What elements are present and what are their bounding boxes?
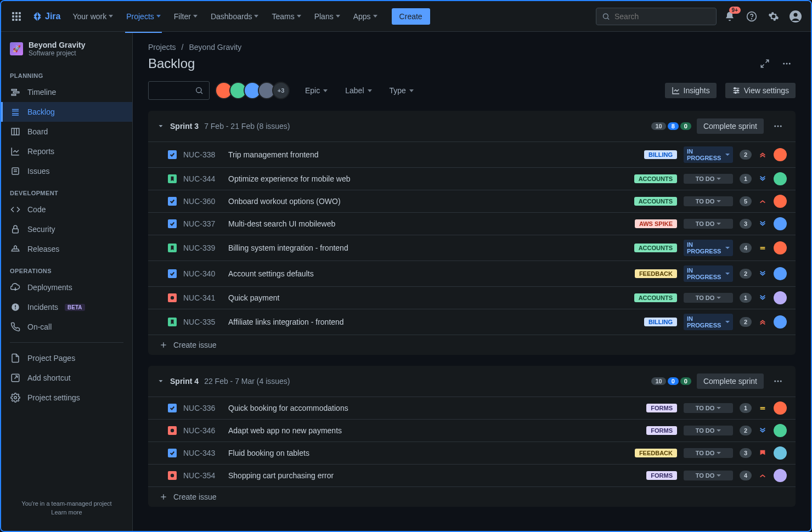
epic-badge[interactable]: FEEDBACK: [635, 449, 677, 457]
sidebar-item-security[interactable]: Security: [1, 219, 132, 239]
issue-key[interactable]: NUC-346: [183, 426, 222, 435]
sidebar-item-backlog[interactable]: Backlog: [1, 102, 132, 122]
issue-key[interactable]: NUC-354: [183, 471, 222, 480]
create-issue-button[interactable]: Create issue: [148, 486, 796, 507]
complete-sprint-button[interactable]: Complete sprint: [697, 373, 764, 389]
issue-row[interactable]: NUC-338 Trip management frontend BILLING…: [148, 142, 796, 167]
sprint-more-icon[interactable]: [769, 372, 787, 390]
filter-search[interactable]: [148, 81, 210, 100]
epic-badge[interactable]: FORMS: [646, 426, 677, 435]
epic-badge[interactable]: ACCOUNTS: [634, 293, 677, 302]
sidebar-item-deployments[interactable]: Deployments: [1, 278, 132, 297]
collapse-icon[interactable]: [157, 377, 165, 385]
issue-title[interactable]: Billing system integration - frontend: [228, 244, 628, 252]
issue-key[interactable]: NUC-360: [183, 197, 222, 206]
nav-dashboards[interactable]: Dashboards: [205, 8, 264, 25]
issue-key[interactable]: NUC-344: [183, 174, 222, 183]
nav-plans[interactable]: Plans: [309, 8, 346, 25]
status-dropdown[interactable]: IN PROGRESS: [684, 240, 733, 256]
more-icon[interactable]: [778, 55, 796, 72]
epic-badge[interactable]: ACCOUNTS: [634, 197, 677, 206]
status-dropdown[interactable]: TO DO: [684, 471, 733, 480]
sidebar-item-timeline[interactable]: Timeline: [1, 82, 132, 102]
sidebar-item-releases[interactable]: Releases: [1, 239, 132, 259]
issue-title[interactable]: Shopping cart purchasing error: [228, 471, 640, 480]
sidebar-item-project-pages[interactable]: Project Pages: [1, 348, 132, 368]
app-switcher-icon[interactable]: [8, 8, 25, 25]
issue-row[interactable]: NUC-341 Quick payment ACCOUNTS TO DO 1: [148, 286, 796, 309]
issue-key[interactable]: NUC-338: [183, 150, 222, 159]
assignee-avatar[interactable]: [774, 217, 787, 230]
issue-key[interactable]: NUC-337: [183, 219, 222, 228]
issue-title[interactable]: Onboard workout options (OWO): [228, 197, 628, 206]
assignee-avatar[interactable]: [774, 401, 787, 415]
search-input[interactable]: [596, 8, 717, 25]
filter-epic[interactable]: Epic: [303, 83, 330, 98]
epic-badge[interactable]: ACCOUNTS: [634, 244, 677, 252]
nav-apps[interactable]: Apps: [348, 8, 383, 25]
epic-badge[interactable]: FORMS: [646, 404, 677, 412]
epic-badge[interactable]: FORMS: [646, 471, 677, 480]
notifications-icon[interactable]: 9+: [721, 8, 738, 25]
epic-badge[interactable]: BILLING: [644, 150, 677, 159]
jira-logo[interactable]: Jira: [32, 11, 60, 22]
issue-title[interactable]: Adapt web app no new payments: [228, 426, 640, 435]
issue-title[interactable]: Quick payment: [228, 293, 628, 302]
issue-row[interactable]: NUC-340 Account settings defaults FEEDBA…: [148, 261, 796, 286]
issue-title[interactable]: Fluid booking on tablets: [228, 449, 628, 457]
complete-sprint-button[interactable]: Complete sprint: [697, 118, 764, 134]
assignee-avatar[interactable]: [774, 291, 787, 304]
sidebar-item-code[interactable]: Code: [1, 200, 132, 219]
learn-more-link[interactable]: Learn more: [8, 509, 126, 516]
issue-title[interactable]: Affiliate links integration - frontend: [228, 318, 638, 326]
assignee-avatar[interactable]: [774, 267, 787, 280]
issue-title[interactable]: Account settings defaults: [228, 269, 628, 278]
create-issue-button[interactable]: Create issue: [148, 335, 796, 355]
profile-icon[interactable]: [787, 8, 804, 25]
status-dropdown[interactable]: IN PROGRESS: [684, 146, 733, 163]
view-settings-button[interactable]: View settings: [725, 83, 796, 98]
sprint-more-icon[interactable]: [769, 117, 787, 135]
sidebar-item-add-shortcut[interactable]: Add shortcut: [1, 368, 132, 388]
help-icon[interactable]: [743, 8, 760, 25]
issue-row[interactable]: NUC-354 Shopping cart purchasing error F…: [148, 464, 796, 486]
issue-row[interactable]: NUC-346 Adapt web app no new payments FO…: [148, 419, 796, 442]
sidebar-item-incidents[interactable]: IncidentsBETA: [1, 297, 132, 317]
collapse-icon[interactable]: [157, 122, 165, 130]
nav-teams[interactable]: Teams: [266, 8, 306, 25]
status-dropdown[interactable]: TO DO: [684, 174, 733, 184]
insights-button[interactable]: Insights: [665, 83, 717, 98]
assignee-avatar[interactable]: [774, 195, 787, 208]
epic-badge[interactable]: FEEDBACK: [635, 269, 677, 278]
avatar-group[interactable]: +3: [218, 82, 290, 99]
nav-filter[interactable]: Filter: [168, 8, 203, 25]
issue-row[interactable]: NUC-343 Fluid booking on tablets FEEDBAC…: [148, 442, 796, 464]
issue-title[interactable]: Multi-dest search UI mobileweb: [228, 219, 628, 228]
filter-label[interactable]: Label: [343, 83, 374, 98]
status-dropdown[interactable]: TO DO: [684, 196, 733, 206]
epic-badge[interactable]: ACCOUNTS: [634, 174, 677, 183]
assignee-avatar[interactable]: [774, 469, 787, 482]
issue-row[interactable]: NUC-335 Affiliate links integration - fr…: [148, 309, 796, 335]
status-dropdown[interactable]: TO DO: [684, 403, 733, 413]
nav-your-work[interactable]: Your work: [67, 8, 119, 25]
sidebar-item-on-call[interactable]: On-call: [1, 317, 132, 337]
sidebar-item-project-settings[interactable]: Project settings: [1, 388, 132, 408]
epic-badge[interactable]: BILLING: [644, 318, 677, 326]
status-dropdown[interactable]: IN PROGRESS: [684, 314, 733, 330]
issue-key[interactable]: NUC-335: [183, 318, 222, 326]
issue-title[interactable]: Quick booking for accommodations: [228, 404, 640, 412]
issue-row[interactable]: NUC-337 Multi-dest search UI mobileweb A…: [148, 212, 796, 235]
sidebar-item-reports[interactable]: Reports: [1, 142, 132, 161]
filter-type[interactable]: Type: [387, 83, 416, 98]
epic-badge[interactable]: AWS SPIKE: [635, 219, 677, 228]
create-button[interactable]: Create: [392, 8, 430, 25]
nav-projects[interactable]: Projects: [121, 8, 166, 25]
issue-title[interactable]: Trip management frontend: [228, 150, 638, 159]
status-dropdown[interactable]: TO DO: [684, 426, 733, 435]
issue-title[interactable]: Optimize experience for mobile web: [228, 174, 628, 183]
issue-row[interactable]: NUC-336 Quick booking for accommodations…: [148, 397, 796, 419]
assignee-avatar[interactable]: [774, 241, 787, 254]
assignee-avatar[interactable]: [774, 315, 787, 329]
assignee-avatar[interactable]: [774, 148, 787, 161]
